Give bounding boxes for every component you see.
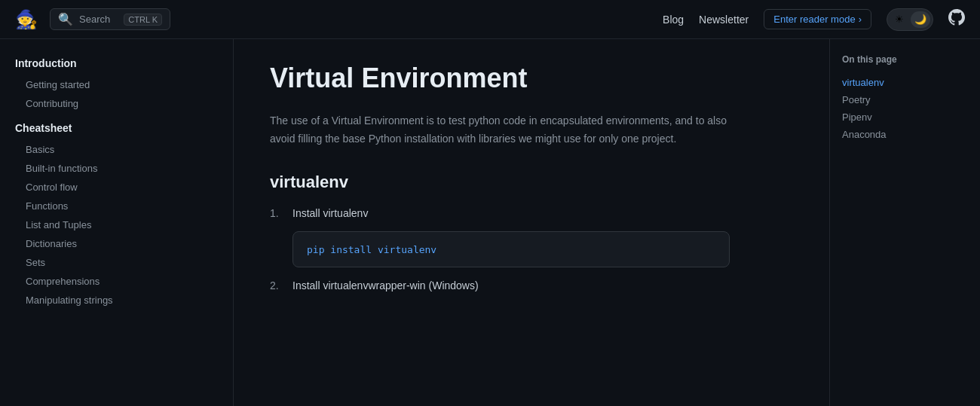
sidebar-item-list-and-tuples[interactable]: List and Tuples — [0, 215, 233, 234]
content-area: Virtual Environment The use of a Virtual… — [234, 39, 829, 406]
step-1: 1. Install virtualenv — [270, 207, 793, 219]
reader-mode-label: Enter reader mode — [773, 14, 855, 25]
sidebar-item-manipulating-strings[interactable]: Manipulating strings — [0, 291, 233, 310]
header-right: Blog Newsletter Enter reader mode › ☀ 🌙 — [663, 8, 965, 31]
step-1-num: 1. — [270, 207, 285, 219]
dark-mode-button[interactable]: 🌙 — [911, 11, 930, 28]
toc-item-poetry[interactable]: Poetry — [842, 91, 968, 108]
page-description: The use of a Virtual Environment is to t… — [270, 112, 752, 148]
sidebar-item-built-in-functions[interactable]: Built-in functions — [0, 159, 233, 178]
github-link[interactable] — [948, 9, 965, 30]
logo: 🧙 — [15, 9, 38, 30]
step-1-text: Install virtualenv — [292, 207, 368, 219]
search-icon: 🔍 — [58, 12, 73, 26]
main-layout: Introduction Getting started Contributin… — [0, 39, 980, 406]
search-box[interactable]: 🔍 Search CTRL K — [50, 8, 170, 30]
light-mode-button[interactable]: ☀ — [890, 11, 909, 28]
toc-title: On this page — [842, 54, 968, 65]
newsletter-link[interactable]: Newsletter — [699, 14, 749, 26]
sidebar-section-title-cheatsheet: Cheatsheet — [0, 119, 233, 140]
search-label: Search — [79, 14, 110, 25]
header-left: 🧙 🔍 Search CTRL K — [15, 8, 170, 30]
sidebar: Introduction Getting started Contributin… — [0, 39, 234, 406]
header: 🧙 🔍 Search CTRL K Blog Newsletter Enter … — [0, 0, 980, 39]
sidebar-item-comprehensions[interactable]: Comprehensions — [0, 272, 233, 291]
sidebar-item-dictionaries[interactable]: Dictionaries — [0, 234, 233, 253]
sidebar-item-contributing[interactable]: Contributing — [0, 94, 233, 113]
code-content-1: pip install virtualenv — [307, 244, 436, 255]
blog-link[interactable]: Blog — [663, 14, 684, 26]
search-shortcut: CTRL K — [124, 14, 162, 26]
step-2-num: 2. — [270, 279, 285, 292]
moon-icon: 🌙 — [914, 14, 926, 25]
sun-icon: ☀ — [895, 14, 904, 25]
step-2: 2. Install virtualenvwrapper-win (Window… — [270, 279, 793, 292]
code-block-1: pip install virtualenv — [292, 231, 730, 267]
sidebar-item-sets[interactable]: Sets — [0, 253, 233, 272]
theme-toggle[interactable]: ☀ 🌙 — [887, 8, 933, 31]
step-2-text: Install virtualenvwrapper-win (Windows) — [292, 279, 479, 292]
reader-mode-button[interactable]: Enter reader mode › — [764, 9, 871, 29]
sidebar-item-basics[interactable]: Basics — [0, 140, 233, 159]
toc-item-anaconda[interactable]: Anaconda — [842, 126, 968, 143]
section-heading-virtualenv: virtualenv — [270, 172, 793, 192]
sidebar-item-getting-started[interactable]: Getting started — [0, 75, 233, 94]
sidebar-section-title-introduction: Introduction — [0, 54, 233, 75]
sidebar-item-control-flow[interactable]: Control flow — [0, 178, 233, 197]
sidebar-section-cheatsheet: Cheatsheet Basics Built-in functions Con… — [0, 119, 233, 310]
reader-mode-chevron: › — [859, 14, 862, 25]
toc-item-virtualenv[interactable]: virtualenv — [842, 74, 968, 91]
sidebar-section-introduction: Introduction Getting started Contributin… — [0, 54, 233, 113]
page-title: Virtual Environment — [270, 62, 793, 94]
toc-item-pipenv[interactable]: Pipenv — [842, 108, 968, 126]
toc-panel: On this page virtualenv Poetry Pipenv An… — [829, 39, 980, 406]
sidebar-item-functions[interactable]: Functions — [0, 197, 233, 215]
